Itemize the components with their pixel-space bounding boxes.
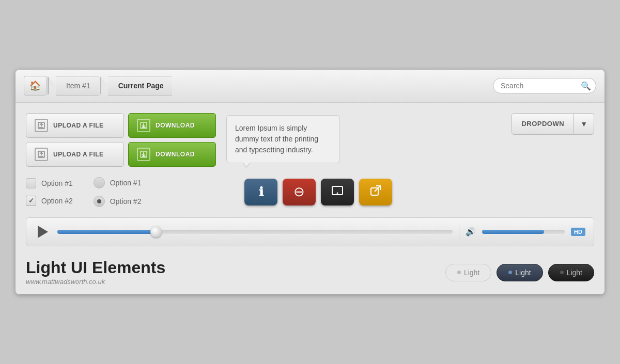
hd-badge: HD (571, 228, 585, 236)
dropdown-button[interactable]: DROPDOWN (512, 113, 574, 135)
download-button-1[interactable]: DOWNLOAD (128, 113, 216, 138)
progress-fill (57, 230, 156, 234)
tooltip-box: Lorem Ipsum is simply dummy text of the … (226, 115, 340, 163)
upload-icon-1 (35, 119, 48, 132)
download-icon-1 (137, 119, 150, 132)
info-button[interactable]: ℹ (244, 179, 277, 205)
checkbox-group: Option #1 Option #2 (26, 178, 73, 206)
svg-line-15 (375, 186, 380, 192)
download-label-2: DOWNLOAD (156, 151, 195, 158)
svg-point-13 (337, 192, 338, 194)
dropdown-wrap: DROPDOWN ▼ (512, 113, 594, 135)
light-button-outline[interactable]: Light (445, 264, 491, 281)
progress-thumb[interactable] (150, 226, 162, 238)
download-button-2[interactable]: DOWNLOAD (128, 142, 216, 167)
dropdown-label: DROPDOWN (521, 120, 564, 128)
checkbox-2[interactable] (26, 196, 36, 206)
tablet-icon (331, 184, 344, 200)
upload-button-2[interactable]: UPLOAD A FILE (26, 142, 124, 167)
light-btn-dot-3 (560, 271, 564, 274)
chevron-down-icon: ▼ (580, 120, 587, 128)
stop-button[interactable]: ⊖ (283, 179, 316, 205)
light-button-dark[interactable]: Light (497, 264, 542, 281)
tooltip-text: Lorem Ipsum is simply dummy text of the … (235, 124, 318, 154)
light-button-darker[interactable]: Light (548, 264, 594, 281)
download-label-1: DOWNLOAD (156, 122, 195, 129)
stop-icon: ⊖ (293, 184, 305, 200)
tablet-button[interactable] (321, 179, 354, 205)
volume-icon: 🔊 (466, 227, 476, 236)
radio-item-1[interactable]: Option #1 (94, 177, 142, 188)
light-btn-label-2: Light (515, 268, 531, 277)
player-divider (459, 223, 459, 241)
ui-title-block: Light UI Elements www.mattwadsworth.co.u… (26, 259, 165, 286)
subtitle-link[interactable]: www.mattwadsworth.co.uk (26, 278, 105, 286)
breadcrumb-text-2: Current Page (118, 82, 164, 90)
upload-download-group: UPLOAD A FILE DOWNLOAD (26, 113, 216, 167)
breadcrumb-item-2[interactable]: Current Page (108, 76, 172, 96)
radio-label-2: Option #2 (110, 197, 142, 205)
icon-buttons-group: ℹ ⊖ (244, 179, 392, 205)
page-title: Light UI Elements (26, 259, 165, 277)
btn-pair-2: UPLOAD A FILE DOWNLOAD (26, 142, 216, 167)
light-btn-label-3: Light (567, 268, 582, 277)
light-btn-label-1: Light (464, 268, 479, 277)
bottom-section: Light UI Elements www.mattwadsworth.co.u… (26, 257, 594, 286)
bottom-buttons-group: Light Light Light (445, 264, 594, 281)
download-icon-2 (137, 148, 150, 161)
search-wrap: 🔍 (493, 78, 596, 93)
upload-button-1[interactable]: UPLOAD A FILE (26, 113, 124, 138)
radio-group: Option #1 Option #2 (94, 177, 142, 207)
upload-icon-2 (35, 148, 48, 161)
search-icon: 🔍 (581, 81, 591, 91)
volume-fill (482, 230, 544, 234)
home-button[interactable]: 🏠 (24, 76, 47, 96)
main-content: UPLOAD A FILE DOWNLOAD (16, 103, 605, 294)
radio-label-1: Option #1 (110, 179, 142, 187)
checkbox-1[interactable] (26, 178, 36, 188)
volume-track[interactable] (482, 230, 565, 234)
top-row: UPLOAD A FILE DOWNLOAD (26, 113, 594, 167)
breadcrumb-separator-1 (48, 76, 55, 96)
home-icon: 🏠 (29, 80, 41, 91)
radio-1[interactable] (94, 177, 105, 188)
btn-pair-1: UPLOAD A FILE DOWNLOAD (26, 113, 216, 138)
dropdown-arrow-button[interactable]: ▼ (574, 113, 594, 135)
upload-label-2: UPLOAD A FILE (53, 151, 104, 158)
info-icon: ℹ (259, 185, 264, 199)
ui-container: 🏠 Item #1 Current Page 🔍 (16, 70, 605, 294)
radio-item-2[interactable]: Option #2 (94, 196, 142, 207)
checkbox-label-1: Option #1 (41, 179, 73, 187)
play-button[interactable] (35, 224, 51, 240)
play-icon (38, 226, 48, 238)
options-icon-row: Option #1 Option #2 Option #1 Option #2 (26, 177, 594, 207)
checkbox-item-2[interactable]: Option #2 (26, 196, 73, 206)
external-link-icon (370, 185, 381, 199)
search-area: 🔍 (493, 78, 596, 93)
player-bar: 🔊 HD (26, 217, 594, 246)
upload-label-1: UPLOAD A FILE (53, 122, 104, 129)
radio-2[interactable] (94, 196, 105, 207)
checkbox-label-2: Option #2 (41, 197, 73, 205)
header-bar: 🏠 Item #1 Current Page 🔍 (16, 70, 605, 103)
progress-track[interactable] (57, 230, 453, 234)
external-button[interactable] (359, 179, 392, 205)
breadcrumb-item-1[interactable]: Item #1 (56, 76, 99, 96)
breadcrumb-separator-2 (100, 76, 107, 96)
checkbox-item-1[interactable]: Option #1 (26, 178, 73, 188)
light-btn-dot-1 (457, 271, 461, 274)
breadcrumb-text-1: Item #1 (66, 82, 90, 90)
light-btn-dot-2 (508, 271, 512, 274)
